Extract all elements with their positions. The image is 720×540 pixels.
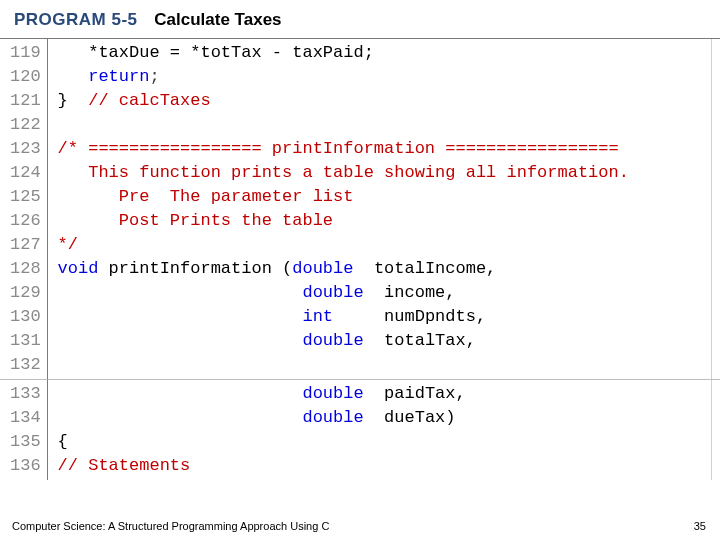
slide-header: PROGRAM 5-5 Calculate Taxes [0,0,720,38]
comment: // Statements [58,456,191,475]
line-number: 132 [10,353,41,377]
line-number: 123 [10,137,41,161]
code-line: *taxDue = *totTax - taxPaid; [58,41,720,65]
code-line [58,353,720,377]
code-block-b: double paidTax, double dueTax) { // Stat… [48,379,720,480]
line-number: 130 [10,305,41,329]
code-block-a: *taxDue = *totTax - taxPaid; return; } /… [48,38,720,379]
code-column: *taxDue = *totTax - taxPaid; return; } /… [48,38,720,480]
code-line: double totalTax, [58,329,720,353]
line-number: 127 [10,233,41,257]
line-number: 124 [10,161,41,185]
line-number: 128 [10,257,41,281]
code-line: double income, [58,281,720,305]
line-number: 129 [10,281,41,305]
brace-open: { [58,432,68,451]
code-line: { [58,430,720,454]
code-line: void printInformation (double totalIncom… [58,257,720,281]
code-indent [58,67,89,86]
code-line: */ [58,233,720,257]
keyword-double: double [292,259,353,278]
keyword-double: double [302,408,363,427]
semicolon: ; [149,67,159,86]
code-line: } // calcTaxes [58,89,720,113]
param: dueTax) [364,408,456,427]
fn-name: printInformation ( [98,259,292,278]
line-number: 135 [10,430,41,454]
brace-close: } [58,91,68,110]
line-number: 134 [10,406,41,430]
gutter-column: 119 120 121 122 123 124 125 126 127 128 … [0,38,48,480]
keyword-void: void [58,259,99,278]
code-indent [58,384,303,403]
code-line: This function prints a table showing all… [58,161,720,185]
param: income, [364,283,456,302]
comment: Post Prints the table [58,211,333,230]
keyword-double: double [302,331,363,350]
param: numDpndts, [333,307,486,326]
code-panel: 119 120 121 122 123 124 125 126 127 128 … [0,38,720,480]
code-indent [58,307,303,326]
code-text: *taxDue = *totTax - taxPaid; [58,43,374,62]
slide-footer: Computer Science: A Structured Programmi… [12,520,706,532]
slide-title: Calculate Taxes [154,10,281,29]
line-number: 131 [10,329,41,353]
comment: */ [58,235,78,254]
comment: /* ================= printInformation ==… [58,139,619,158]
param: paidTax, [364,384,466,403]
line-number: 120 [10,65,41,89]
keyword-double: double [302,283,363,302]
code-indent [58,283,303,302]
line-number: 122 [10,113,41,137]
line-number: 126 [10,209,41,233]
comment: This function prints a table showing all… [58,163,629,182]
line-number: 121 [10,89,41,113]
line-number: 119 [10,41,41,65]
comment: // calcTaxes [68,91,211,110]
code-line: int numDpndts, [58,305,720,329]
gutter-block-b: 133 134 135 136 [0,379,48,480]
line-number: 133 [10,382,41,406]
code-line: Pre The parameter list [58,185,720,209]
param: totalTax, [364,331,476,350]
comment: Pre The parameter list [58,187,354,206]
code-line: return; [58,65,720,89]
footer-text: Computer Science: A Structured Programmi… [12,520,329,532]
line-number: 125 [10,185,41,209]
code-indent [58,331,303,350]
code-indent [58,408,303,427]
keyword-int: int [302,307,333,326]
keyword-double: double [302,384,363,403]
program-label: PROGRAM 5-5 [14,10,138,29]
code-line: // Statements [58,454,720,478]
code-line: double dueTax) [58,406,720,430]
code-line [58,113,720,137]
gutter-block-a: 119 120 121 122 123 124 125 126 127 128 … [0,38,48,379]
param: totalIncome, [353,259,496,278]
keyword-return: return [88,67,149,86]
code-line: double paidTax, [58,382,720,406]
page-number: 35 [694,520,706,532]
code-line: Post Prints the table [58,209,720,233]
code-line: /* ================= printInformation ==… [58,137,720,161]
line-number: 136 [10,454,41,478]
